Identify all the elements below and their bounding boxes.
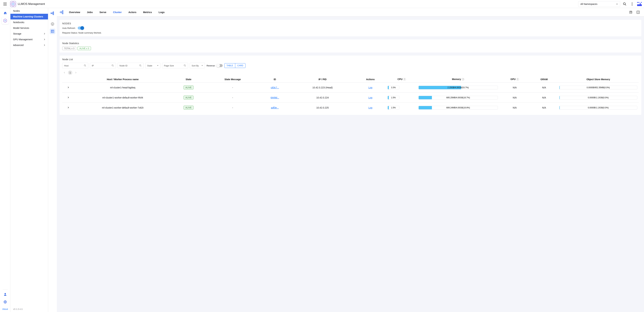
svg-point-23 [60, 12, 61, 13]
stat-chip: TOTAL x 3 [62, 47, 76, 50]
sidebar-item-storage[interactable]: Storage [10, 31, 48, 36]
reverse-label: Reverse: [206, 64, 215, 67]
filter-ip[interactable]: IP [90, 63, 116, 68]
cell-memory: 689.24MB/4.00GB(16.8%) [417, 103, 499, 113]
column-header: ID [259, 76, 290, 82]
column-header: GRAM [530, 76, 558, 82]
about-link[interactable]: About [1, 306, 10, 312]
cell-memory: 685.25MB/4.00GB(16.7%) [417, 92, 499, 103]
tab-logs[interactable]: Logs [155, 8, 168, 16]
rail-home[interactable] [2, 10, 9, 16]
cell-cpu: 1.5% [386, 103, 417, 113]
svg-rect-21 [52, 24, 53, 25]
column-header: Host / Worker Process name [74, 76, 171, 82]
rail-globe[interactable] [2, 298, 9, 306]
filter-host[interactable]: Host [62, 63, 88, 68]
dash-info-button[interactable] [50, 21, 55, 27]
topbar: LLMOS Management All Namespaces [0, 0, 644, 8]
cell-ip: 10.42.0.224 [290, 92, 354, 103]
user-icon [4, 293, 7, 296]
auto-refresh-toggle[interactable] [78, 26, 84, 30]
nodes-panel: NODES Auto Refresh: Request Status: Node… [60, 20, 641, 36]
help-icon[interactable]: ? [462, 78, 464, 81]
sidebar-item-label: GPU Management [13, 38, 32, 41]
help-icon[interactable]: ? [516, 78, 519, 81]
tab-jobs[interactable]: Jobs [84, 8, 96, 16]
graph-nodes-icon [50, 11, 55, 16]
bookmark-button[interactable] [628, 10, 634, 15]
svg-point-12 [4, 20, 6, 21]
cell-cpu: 1.5% [386, 92, 417, 103]
filter-state-label: State [147, 64, 152, 67]
svg-point-4 [632, 4, 632, 4]
svg-marker-0 [11, 2, 15, 6]
brand-title: LLMOS Management [18, 2, 45, 6]
tab-actors[interactable]: Actors [125, 8, 140, 16]
dash-graph-button[interactable] [50, 10, 55, 16]
memory-bar: 689.24MB/4.00GB(16.8%) [418, 106, 498, 110]
node-id-link[interactable]: 6449d... [271, 96, 279, 99]
product-logo[interactable] [636, 1, 642, 7]
node-id-link[interactable]: adf3e... [271, 106, 279, 109]
tabs-actions [628, 10, 643, 15]
sidebar-item-gpu-management[interactable]: GPU Management [10, 36, 48, 42]
svg-point-34 [184, 64, 185, 66]
sidebar-item-nodes[interactable]: Nodes [10, 8, 48, 14]
table-row: ml-cluster1-worker-default-worker-7s62tA… [62, 103, 639, 113]
rail-user[interactable] [2, 291, 9, 298]
filter-sortby[interactable]: Sort By [190, 63, 205, 68]
node-stats-title: Node Statistics [62, 42, 639, 44]
tab-serve[interactable]: Serve [96, 8, 110, 16]
memory-bar: 2.15GB/4.00GB(53.7%) [418, 86, 498, 90]
svg-point-18 [53, 14, 54, 15]
topbar-right: All Namespaces [578, 1, 642, 7]
caret-down-icon [201, 65, 203, 66]
cell-name: ml-cluster1-head-bgdwq [74, 82, 171, 92]
namespace-select[interactable]: All Namespaces [578, 1, 620, 7]
tab-cluster[interactable]: Cluster [110, 8, 125, 16]
view-card-button[interactable]: CARD [235, 64, 245, 68]
dash-table-button[interactable] [50, 28, 55, 34]
filter-sortby-label: Sort By [192, 64, 199, 67]
product-logo-icon [637, 2, 642, 6]
search-button[interactable] [622, 1, 628, 7]
log-link[interactable]: Log [368, 106, 372, 109]
sidebar-item-notebooks[interactable]: Notebooks [10, 20, 48, 25]
filter-pagesize[interactable]: Page Size [162, 63, 188, 68]
sidebar-item-machine-learning-clusters[interactable]: Machine Learning Clusters [10, 14, 48, 20]
chevron-right-icon [75, 72, 76, 74]
pager-page-1[interactable]: 1 [68, 70, 72, 75]
menu-toggle-button[interactable] [2, 1, 8, 8]
alert-button[interactable] [635, 10, 641, 15]
filter-state[interactable]: State [145, 63, 160, 68]
pager-prev[interactable] [62, 70, 66, 75]
help-icon[interactable]: ? [403, 78, 406, 81]
reverse-toggle[interactable] [216, 64, 223, 67]
pager-next[interactable] [74, 70, 78, 75]
state-chip: ALIVE [184, 106, 194, 110]
expand-row-button[interactable] [68, 96, 69, 99]
tab-metrics[interactable]: Metrics [140, 8, 156, 16]
expand-row-button[interactable] [68, 106, 69, 109]
svg-point-13 [4, 293, 6, 294]
expand-row-button[interactable] [68, 86, 69, 89]
svg-rect-1 [12, 3, 14, 5]
ray-logo [58, 9, 64, 15]
view-table-button[interactable]: TABLE [224, 64, 235, 68]
log-link[interactable]: Log [368, 96, 372, 99]
auto-refresh-label: Auto Refresh: [62, 27, 76, 29]
column-header: GPU? [499, 76, 530, 82]
sidebar-item-advanced[interactable]: Advanced [10, 42, 48, 48]
filter-nodeid[interactable]: Node ID [118, 63, 144, 68]
alert-icon [636, 10, 640, 14]
rail-cluster[interactable] [2, 17, 9, 24]
tab-overview[interactable]: Overview [66, 8, 84, 16]
kebab-menu-button[interactable] [629, 1, 635, 7]
node-id-link[interactable]: c83c7... [271, 86, 279, 89]
sidebar-item-model-services[interactable]: Model Services [10, 25, 48, 31]
cell-state-message: - [206, 103, 259, 113]
sidebar-item-label: Model Services [13, 27, 29, 29]
log-link[interactable]: Log [368, 86, 372, 89]
kebab-icon [632, 2, 632, 6]
request-status: Request Status: Node summary fetched. [62, 32, 639, 34]
